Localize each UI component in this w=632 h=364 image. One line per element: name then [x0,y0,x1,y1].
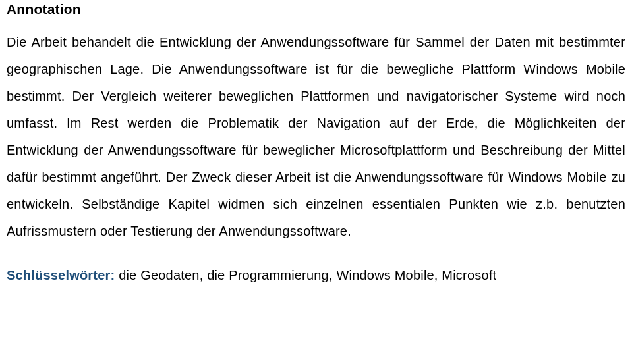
keywords-line: Schlüsselwörter: die Geodaten, die Progr… [7,262,625,289]
annotation-paragraph: Die Arbeit behandelt die Entwicklung der… [7,29,625,245]
keywords-label: Schlüsselwörter: [7,268,115,282]
section-heading: Annotation [7,1,625,17]
keywords-values: die Geodaten, die Programmierung, Window… [115,268,496,282]
document-page: Annotation Die Arbeit behandelt die Entw… [0,1,632,289]
